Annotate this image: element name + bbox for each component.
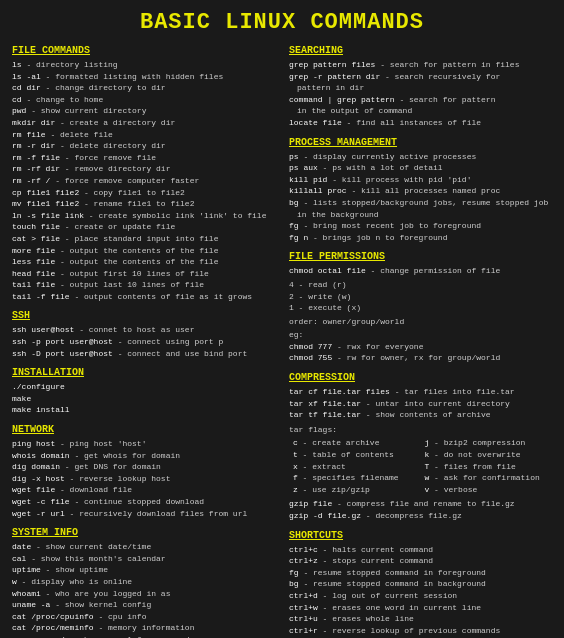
section-shortcuts: SHORTCUTS xyxy=(289,530,552,541)
tar-flags-grid: c - create archive j - bzip2 compression… xyxy=(293,437,552,495)
flag-t: t - table of contents xyxy=(293,449,421,461)
cmd-grep: grep pattern files - search for pattern … xyxy=(289,59,552,71)
cmd-kill-pid: kill pid - kill process with pid 'pid' xyxy=(289,174,552,186)
page-title: BASIC LINUX COMMANDS xyxy=(12,10,552,35)
flag-x: x - extract xyxy=(293,461,421,473)
flag-v: v - verbose xyxy=(425,484,553,496)
cmd-ctrl-d: ctrl+d - log out of current session xyxy=(289,590,552,602)
cmd-less: less file - output the contents of the f… xyxy=(12,256,275,268)
flag-j: j - bzip2 compression xyxy=(425,437,553,449)
cmd-killall: killall proc - kill all processes named … xyxy=(289,185,552,197)
cmd-fg-shortcut: fg - resume stopped command in foregroun… xyxy=(289,567,552,579)
cmd-rm-f: rm -f file - force remove file xyxy=(12,152,275,164)
section-process-mgmt: PROCESS MANAGEMENT xyxy=(289,137,552,148)
perm-chmod-755: chmod 755 - rw for owner, rx for group/w… xyxy=(289,352,552,364)
cmd-tar-xf: tar xf file.tar - untar into current dir… xyxy=(289,398,552,410)
cmd-date: date - show current date/time xyxy=(12,541,275,553)
cmd-wget-r: wget -r url - recursively download files… xyxy=(12,508,275,520)
cmd-uptime: uptime - show uptime xyxy=(12,564,275,576)
left-column: FILE COMMANDS ls - directory listing ls … xyxy=(12,45,275,638)
cmd-wget-c: wget -c file - continue stopped download xyxy=(12,496,275,508)
cmd-rm-rf: rm -rf dir - remove directory dir xyxy=(12,163,275,175)
flag-k: k - do not overwrite xyxy=(425,449,553,461)
cmd-ctrl-z: ctrl+z - stops current command xyxy=(289,555,552,567)
cmd-chmod: chmod octal file - change permission of … xyxy=(289,265,552,277)
cmd-rm-rf-root: rm -rf / - force remove computer faster xyxy=(12,175,275,187)
cmd-ctrl-w: ctrl+w - erases one word in current line xyxy=(289,602,552,614)
cmd-whoami: whoami - who are you logged in as xyxy=(12,588,275,600)
cmd-make-install: make install xyxy=(12,404,275,416)
cmd-grep-r: grep -r pattern dir - search recursively… xyxy=(289,71,552,83)
cmd-tar-tf: tar tf file.tar - show contents of archi… xyxy=(289,409,552,421)
cmd-cd: cd - change to home xyxy=(12,94,275,106)
cmd-ctrl-r: ctrl+r - reverse lookup of previous comm… xyxy=(289,625,552,637)
section-ssh: SSH xyxy=(12,310,275,321)
cmd-mv: mv file1 file2 - rename file1 to file2 xyxy=(12,198,275,210)
cmd-ls: ls - directory listing xyxy=(12,59,275,71)
cmd-dig: dig domain - get DNS for domain xyxy=(12,461,275,473)
flag-T: T - files from file xyxy=(425,461,553,473)
cmd-cpuinfo: cat /proc/cpuinfo - cpu info xyxy=(12,611,275,623)
cmd-ps-aux: ps aux - ps with a lot of detail xyxy=(289,162,552,174)
cmd-gzip: gzip file - compress file and rename to … xyxy=(289,498,552,510)
perm-eg-label: eg: xyxy=(289,329,552,341)
cmd-wget: wget file - download file xyxy=(12,484,275,496)
cmd-cal: cal - show this month's calendar xyxy=(12,553,275,565)
cmd-mkdir: mkdir dir - create a directory dir xyxy=(12,117,275,129)
cmd-make: make xyxy=(12,393,275,405)
cmd-bg-shortcut: bg - resume stopped command in backgroun… xyxy=(289,578,552,590)
cmd-w: w - display who is online xyxy=(12,576,275,588)
cmd-ls-al: ls -al - formatted listing with hidden f… xyxy=(12,71,275,83)
cmd-grep-pipe-cont: in the output of command xyxy=(289,105,552,117)
cmd-tail-f: tail -f file - output contents of file a… xyxy=(12,291,275,303)
flag-f: f - specifies filename xyxy=(293,472,421,484)
section-system-info: SYSTEM INFO xyxy=(12,527,275,538)
tar-flags-label: tar flags: xyxy=(289,424,552,436)
perm-order: order: owner/group/world xyxy=(289,316,552,328)
perm-4: 4 - read (r) xyxy=(289,279,552,291)
flag-c: c - create archive xyxy=(293,437,421,449)
cmd-ssh-p: ssh -p port user@host - connect using po… xyxy=(12,336,275,348)
cmd-ps: ps - display currently active processes xyxy=(289,151,552,163)
cmd-cd-dir: cd dir - change directory to dir xyxy=(12,82,275,94)
cmd-tar-cf: tar cf file.tar files - tar files into f… xyxy=(289,386,552,398)
cmd-touch: touch file - create or update file xyxy=(12,221,275,233)
cmd-locate: locate file - find all instances of file xyxy=(289,117,552,129)
cmd-more: more file - output the contents of the f… xyxy=(12,245,275,257)
cmd-bg: bg - lists stopped/background jobs, resu… xyxy=(289,197,552,209)
section-file-commands: FILE COMMANDS xyxy=(12,45,275,56)
cmd-pwd: pwd - show current directory xyxy=(12,105,275,117)
perm-2: 2 - write (w) xyxy=(289,291,552,303)
section-network: NETWORK xyxy=(12,424,275,435)
cmd-fg: fg - bring most recent job to foreground xyxy=(289,220,552,232)
cmd-ping: ping host - ping host 'host' xyxy=(12,438,275,450)
cmd-ln: ln -s file link - create symbolic link '… xyxy=(12,210,275,222)
cmd-uname: uname -a - show kernel config xyxy=(12,599,275,611)
cmd-dig-x: dig -x host - reverse lookup host xyxy=(12,473,275,485)
cmd-grep-r-cont: pattern in dir xyxy=(289,82,552,94)
section-file-perms: FILE PERMISSIONS xyxy=(289,251,552,262)
cmd-cat: cat > file - place standard input into f… xyxy=(12,233,275,245)
section-searching: SEARCHING xyxy=(289,45,552,56)
flag-z: z - use zip/gzip xyxy=(293,484,421,496)
cmd-head: head file - output first 10 lines of fil… xyxy=(12,268,275,280)
cmd-ssh-d: ssh -D port user@host - connect and use … xyxy=(12,348,275,360)
cmd-bg-cont: in the background xyxy=(289,209,552,221)
cmd-ssh-user: ssh user@host - connet to host as user xyxy=(12,324,275,336)
cmd-whois: whois domain - get whois for domain xyxy=(12,450,275,462)
perm-chmod-777: chmod 777 - rwx for everyone xyxy=(289,341,552,353)
section-installation: INSTALLATION xyxy=(12,367,275,378)
cmd-meminfo: cat /proc/meminfo - memory information xyxy=(12,622,275,634)
cmd-tail: tail file - output last 10 lines of file xyxy=(12,279,275,291)
cmd-fg-n: fg n - brings job n to foreground xyxy=(289,232,552,244)
perm-1: 1 - execute (x) xyxy=(289,302,552,314)
cmd-ctrl-u: ctrl+u - erases whole line xyxy=(289,613,552,625)
cmd-rm-r: rm -r dir - delete directory dir xyxy=(12,140,275,152)
cmd-man: man command - show manual for command xyxy=(12,634,275,638)
section-compression: COMPRESSION xyxy=(289,372,552,383)
cmd-cp: cp file1 file2 - copy file1 to file2 xyxy=(12,187,275,199)
flag-w: w - ask for confirmation xyxy=(425,472,553,484)
cmd-gzip-d: gzip -d file.gz - decompress file.gz xyxy=(289,510,552,522)
cmd-configure: ./configure xyxy=(12,381,275,393)
cmd-ctrl-c: ctrl+c - halts current command xyxy=(289,544,552,556)
